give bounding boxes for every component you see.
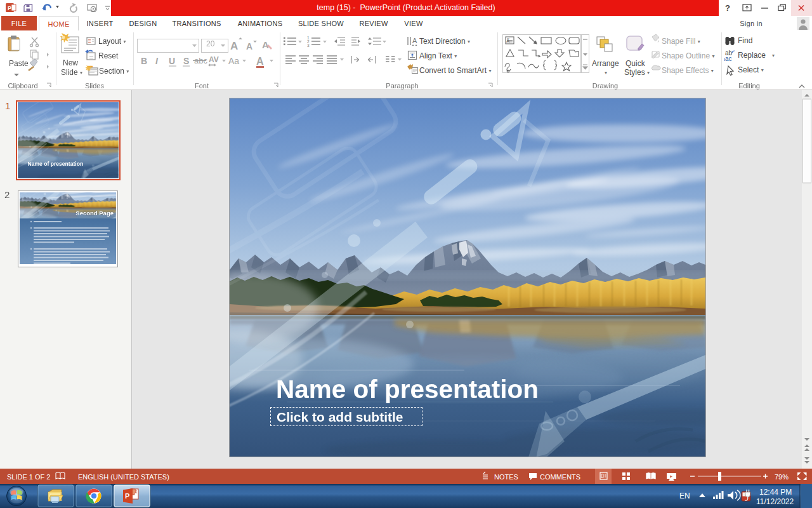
svg-text:A: A <box>246 41 252 51</box>
svg-text:EN: EN <box>679 491 690 500</box>
svg-text:B: B <box>141 56 147 66</box>
svg-text:U: U <box>169 56 175 66</box>
svg-text:?: ? <box>725 3 730 13</box>
svg-text:3: 3 <box>307 43 310 48</box>
svg-text:A: A <box>412 37 417 44</box>
svg-text:I: I <box>155 56 159 66</box>
svg-text:A: A <box>262 39 269 50</box>
svg-text:Aa: Aa <box>228 56 239 66</box>
svg-text:ac: ac <box>725 55 732 62</box>
svg-text:A: A <box>230 40 238 52</box>
svg-text:AV: AV <box>209 55 219 64</box>
svg-text:P: P <box>125 492 129 500</box>
svg-text:A: A <box>256 56 264 67</box>
svg-text:S: S <box>183 56 189 66</box>
svg-text:A: A <box>506 38 510 44</box>
svg-text:11/12/2022: 11/12/2022 <box>756 497 794 506</box>
svg-text:12:44 PM: 12:44 PM <box>759 488 792 497</box>
svg-text:P: P <box>8 5 11 11</box>
